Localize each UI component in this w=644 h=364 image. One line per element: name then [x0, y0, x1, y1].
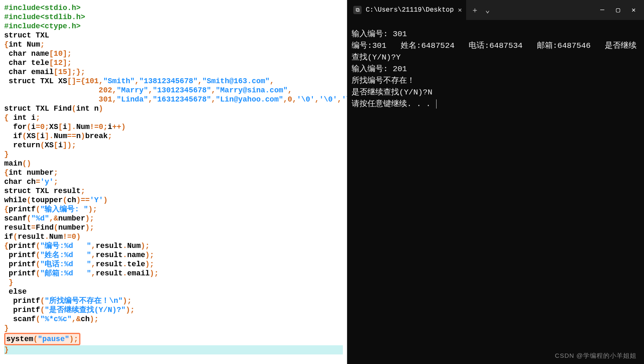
code-line[interactable]: char name[10]; [4, 49, 343, 58]
highlighted-code-line[interactable]: system("pause"); [4, 333, 343, 345]
terminal-tab-title: C:\Users\21119\Desktop [366, 6, 454, 14]
code-line[interactable]: } [4, 278, 343, 287]
new-tab-button[interactable]: ＋ [471, 5, 479, 15]
code-line[interactable]: result=Find(number); [4, 223, 343, 232]
terminal-window: ⧉ C:\Users\21119\Desktop ✕ ＋ ⌄ — ▢ ✕ 输入编… [347, 0, 644, 364]
code-line[interactable]: {int number; [4, 168, 343, 177]
code-line[interactable]: scanf("%d",&number); [4, 214, 343, 223]
code-line[interactable]: struct TXL Find(int n) [4, 104, 343, 113]
code-line[interactable]: #include<ctype.h> [4, 22, 343, 31]
code-line[interactable]: 301,"Linda","16312345678","Lin@yahoo.com… [4, 95, 343, 104]
terminal-output[interactable]: 输入编号: 301 编号:301 姓名:6487524 电话:6487534 邮… [347, 20, 644, 118]
code-line[interactable]: scanf("%*c%c",&ch); [4, 314, 343, 324]
code-line[interactable]: else [4, 287, 343, 296]
code-line[interactable]: main() [4, 159, 343, 168]
code-line[interactable]: struct TXL result; [4, 186, 343, 196]
code-line[interactable]: {printf("编号:%d ",result.Num); [4, 241, 343, 250]
code-line[interactable]: struct TXL [4, 31, 343, 40]
code-line[interactable]: printf("姓名:%d ",result.name); [4, 250, 343, 260]
code-editor[interactable]: #include<stdio.h>#include<stdlib.h>#incl… [0, 0, 347, 364]
watermark: CSDN @学编程的小羊姐姐 [555, 352, 637, 360]
code-line[interactable]: char tele[12]; [4, 58, 343, 67]
code-line[interactable]: printf("邮箱:%d ",result.email); [4, 269, 343, 278]
tabbar-actions: ＋ ⌄ [466, 5, 495, 15]
cmd-icon: ⧉ [353, 6, 362, 14]
code-line[interactable]: #include<stdio.h> [4, 3, 343, 12]
code-line[interactable]: char ch='y'; [4, 177, 343, 186]
cursor-code-line[interactable]: } [4, 345, 343, 354]
tab-close-icon[interactable]: ✕ [458, 6, 462, 14]
code-line[interactable]: { int i; [4, 113, 343, 122]
code-line[interactable]: while(toupper(ch)=='Y') [4, 196, 343, 205]
code-line[interactable]: printf("所找编号不存在！\n"); [4, 296, 343, 305]
code-line[interactable]: printf("电话:%d ",result.tele); [4, 260, 343, 269]
maximize-button[interactable]: ▢ [616, 6, 620, 14]
code-line[interactable]: printf("是否继续查找(Y/N)?"); [4, 305, 343, 314]
code-line[interactable]: char email[15];}; [4, 67, 343, 77]
code-line[interactable]: struct TXL XS[]={101,"Smith","1381234567… [4, 77, 343, 86]
code-line[interactable]: {int Num; [4, 40, 343, 49]
window-controls: — ▢ ✕ [592, 6, 644, 14]
code-line[interactable]: } [4, 324, 343, 333]
close-button[interactable]: ✕ [632, 6, 636, 14]
code-line[interactable]: if(result.Num!=0) [4, 232, 343, 241]
code-line[interactable]: } [4, 150, 343, 159]
tab-dropdown-icon[interactable]: ⌄ [485, 5, 490, 15]
code-line[interactable]: for(i=0;XS[i].Num!=0;i++) [4, 122, 343, 131]
terminal-tab[interactable]: ⧉ C:\Users\21119\Desktop ✕ [347, 0, 466, 20]
terminal-cursor [436, 99, 437, 109]
code-line[interactable]: {printf("输入编号: "); [4, 205, 343, 214]
minimize-button[interactable]: — [600, 6, 604, 14]
code-line[interactable]: #include<stdlib.h> [4, 12, 343, 22]
code-line[interactable]: 202,"Marry","13012345678","Marry@sina.co… [4, 86, 343, 95]
code-line[interactable]: return(XS[i]); [4, 141, 343, 150]
terminal-titlebar: ⧉ C:\Users\21119\Desktop ✕ ＋ ⌄ — ▢ ✕ [347, 0, 644, 20]
code-line[interactable]: if(XS[i].Num==n)break; [4, 131, 343, 141]
